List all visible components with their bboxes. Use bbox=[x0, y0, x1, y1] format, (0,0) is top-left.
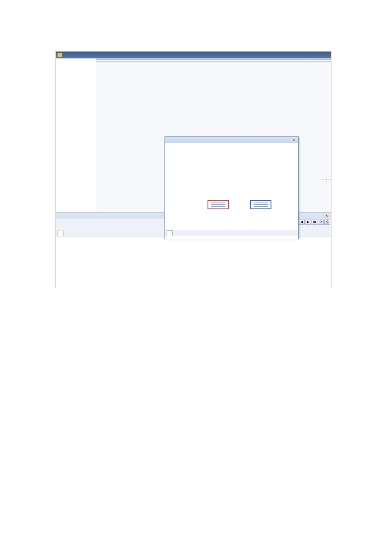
diagram-transfer-order[interactable] bbox=[250, 200, 271, 209]
diagram-window: × bbox=[164, 136, 299, 239]
nav-tree[interactable] bbox=[56, 58, 96, 212]
diagram-sales-order[interactable] bbox=[208, 200, 229, 209]
title-actions bbox=[324, 52, 329, 58]
title-bar bbox=[56, 52, 331, 58]
refresh-icon[interactable]: ⟳ bbox=[318, 220, 324, 225]
nav-prev-icon[interactable]: ◀ bbox=[299, 220, 305, 225]
diagram-subtabs[interactable] bbox=[165, 230, 298, 236]
print-icon[interactable]: 🖨 bbox=[324, 220, 330, 225]
nav-last-icon[interactable]: ⏭ bbox=[311, 220, 317, 225]
left-nav bbox=[56, 58, 96, 212]
close-icon[interactable]: × bbox=[324, 214, 329, 218]
nav-next-icon[interactable]: ▶ bbox=[305, 220, 311, 225]
close-icon[interactable]: × bbox=[291, 138, 297, 142]
app-icon bbox=[58, 53, 62, 57]
